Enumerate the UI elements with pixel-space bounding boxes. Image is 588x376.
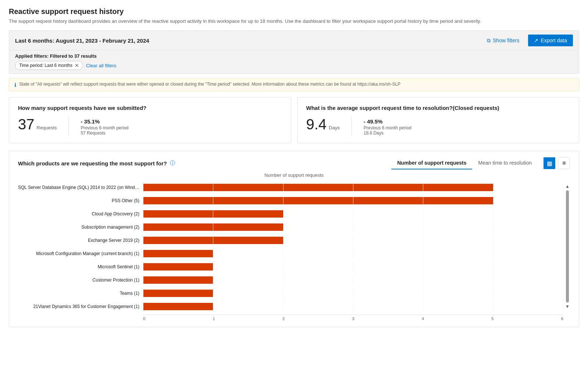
x-axis-label: 1 xyxy=(213,316,215,321)
bar-track xyxy=(143,301,563,312)
applied-filters-value: Filtered to 37 results xyxy=(50,53,97,59)
metric-unit-2: Days xyxy=(329,125,340,130)
metric-unit-1: Requests xyxy=(37,125,57,130)
bar-fill xyxy=(143,184,493,191)
bar-row: 21Vianet Dynamics 365 for Customer Engag… xyxy=(18,301,563,312)
metric-card-resolution: What is the average support request time… xyxy=(297,97,580,143)
chart-tabs: Number of support requests Mean time to … xyxy=(391,157,538,169)
filters-bar: Applied filters: Filtered to 37 results … xyxy=(9,50,579,74)
page-description: The support request history dashboard pr… xyxy=(9,18,579,25)
x-axis-label: 5 xyxy=(491,316,493,321)
bar-fill xyxy=(143,250,213,257)
time-period-chip[interactable]: Time period: Last 6 months ✕ xyxy=(15,61,83,70)
export-icon: ↗ xyxy=(534,37,538,43)
metric-values-1: 37 Requests - 35.1% Previous 6 month per… xyxy=(18,117,282,136)
metric-divider-1 xyxy=(68,117,69,136)
bar-row: Cloud App Discovery (2) xyxy=(18,209,563,219)
bar-row: Teams (1) xyxy=(18,288,563,298)
page-title: Reactive support request history xyxy=(9,7,579,16)
bar-row: Microsoft Configuration Manager (current… xyxy=(18,248,563,259)
bar-label: PSS Other (5) xyxy=(18,198,143,203)
metric-divider-2 xyxy=(352,117,352,136)
bar-chart: SQL Server Database Engine (SQL) 2014 to… xyxy=(18,182,563,312)
metric-secondary-2: - 49.5% Previous 6 month period 18.6 Day… xyxy=(364,117,411,136)
bar-track xyxy=(143,275,563,285)
metric-number-2: 9.4 xyxy=(306,117,327,132)
bar-label: Exchange Server 2019 (2) xyxy=(18,238,143,243)
metric-number-1: 37 xyxy=(18,117,35,132)
metric-change-1: - 35.1% xyxy=(81,118,128,125)
chart-area: SQL Server Database Engine (SQL) 2014 to… xyxy=(18,182,570,327)
page-wrapper: Reactive support request history The sup… xyxy=(0,0,588,376)
chart-header: Which products are we requesting the mos… xyxy=(18,157,570,169)
tab-number-of-requests[interactable]: Number of support requests xyxy=(391,157,472,169)
scroll-thumb xyxy=(566,190,569,302)
bar-fill xyxy=(143,237,283,244)
bar-label: Microsoft Configuration Manager (current… xyxy=(18,251,143,256)
menu-icon-button[interactable]: ≡ xyxy=(558,157,570,169)
bar-label: Cloud App Discovery (2) xyxy=(18,211,143,216)
bar-row: Exchange Server 2019 (2) xyxy=(18,235,563,246)
header-actions: ⧉ Show filters ↗ Export data xyxy=(482,35,573,46)
bar-fill xyxy=(143,303,213,310)
x-axis-row: 0123456 xyxy=(143,315,563,321)
bar-row: SQL Server Database Engine (SQL) 2014 to… xyxy=(18,182,563,193)
bar-fill xyxy=(143,263,213,271)
chart-controls: ▦ ≡ xyxy=(544,157,570,169)
metric-question-1: How many support requests have we submit… xyxy=(18,105,282,111)
metric-primary-1: 37 Requests xyxy=(18,117,57,132)
metric-question-2: What is the average support request time… xyxy=(306,105,570,111)
tab-mean-time[interactable]: Mean time to resolution xyxy=(472,157,538,169)
bar-label: 21Vianet Dynamics 365 for Customer Engag… xyxy=(18,304,143,309)
export-label: Export data xyxy=(541,37,567,43)
bar-track xyxy=(143,222,563,232)
bar-chart-icon-button[interactable]: ▦ xyxy=(544,157,555,169)
date-range-text: Last 6 months: August 21, 2023 - Februar… xyxy=(15,37,149,44)
bar-row: PSS Other (5) xyxy=(18,196,563,206)
chart-title: Which products are we requesting the mos… xyxy=(18,160,167,166)
chart-info-icon[interactable]: ⓘ xyxy=(170,160,175,166)
show-filters-label: Show filters xyxy=(493,37,519,43)
metric-period-label-2: Previous 6 month period xyxy=(364,125,411,130)
clear-all-filters-link[interactable]: Clear all filters xyxy=(86,63,116,68)
bar-fill xyxy=(143,223,283,231)
chart-subtitle: Number of support requests xyxy=(18,172,570,178)
metric-secondary-1: - 35.1% Previous 6 month period 57 Reque… xyxy=(81,117,128,136)
bar-label: SQL Server Database Engine (SQL) 2014 to… xyxy=(18,185,143,190)
bar-label: Teams (1) xyxy=(18,291,143,296)
bar-track xyxy=(143,288,563,298)
chip-close-icon[interactable]: ✕ xyxy=(75,62,79,68)
metrics-row: How many support requests have we submit… xyxy=(9,97,579,143)
x-axis-label: 3 xyxy=(352,316,354,321)
bar-label: Subscription management (2) xyxy=(18,225,143,230)
info-banner-text: State of "All requests" will reflect sup… xyxy=(19,82,400,87)
filter-chips-row: Time period: Last 6 months ✕ Clear all f… xyxy=(15,61,573,70)
metric-values-2: 9.4 Days - 49.5% Previous 6 month period… xyxy=(306,117,570,136)
x-axis-label: 0 xyxy=(143,316,145,321)
export-data-button[interactable]: ↗ Export data xyxy=(528,35,573,46)
metric-change-2: - 49.5% xyxy=(364,118,411,125)
metric-period-value-2: 18.6 Days xyxy=(364,130,411,136)
chart-title-row: Which products are we requesting the mos… xyxy=(18,160,175,166)
bar-row: Microsoft Sentinel (1) xyxy=(18,262,563,272)
bar-fill xyxy=(143,210,283,218)
date-header-bar: Last 6 months: August 21, 2023 - Februar… xyxy=(9,31,579,50)
scroll-up-arrow[interactable]: ▲ xyxy=(565,184,570,189)
show-filters-button[interactable]: ⧉ Show filters xyxy=(482,35,524,46)
bar-track xyxy=(143,196,563,206)
chip-label: Time period: Last 6 months xyxy=(19,63,72,68)
bar-track xyxy=(143,209,563,219)
bar-track xyxy=(143,262,563,272)
scroll-down-arrow[interactable]: ▼ xyxy=(565,304,570,309)
bar-label: Microsoft Sentinel (1) xyxy=(18,264,143,269)
info-banner: ℹ State of "All requests" will reflect s… xyxy=(9,78,579,91)
bar-fill xyxy=(143,290,213,297)
metric-period-value-1: 57 Requests xyxy=(81,130,128,136)
applied-filters-label: Applied filters: Filtered to 37 results xyxy=(15,53,573,59)
metric-period-label-1: Previous 6 month period xyxy=(81,125,128,130)
bar-fill xyxy=(143,197,493,204)
bar-row: Subscription management (2) xyxy=(18,222,563,232)
bar-track xyxy=(143,182,563,193)
info-icon: ℹ xyxy=(14,82,16,88)
filter-icon: ⧉ xyxy=(487,37,491,44)
